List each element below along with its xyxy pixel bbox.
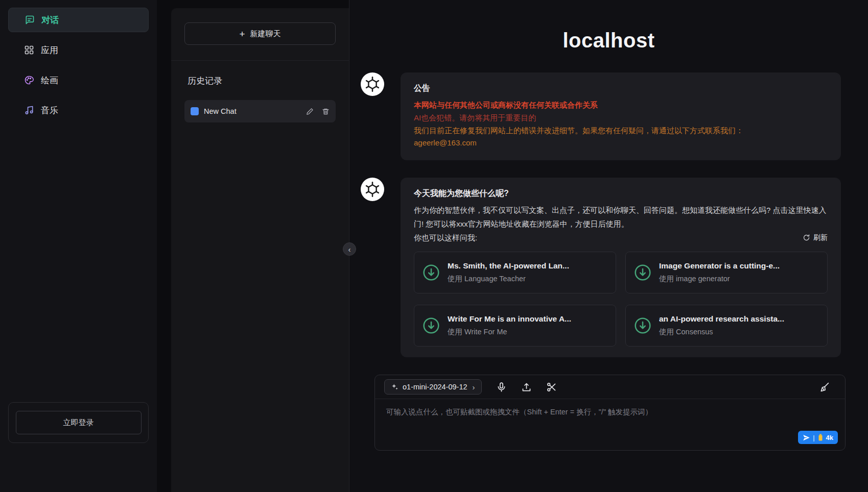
suggestion-subtitle: 使用 image generator bbox=[659, 274, 780, 284]
sidebar-item-label: 应用 bbox=[41, 44, 58, 56]
assistant-message: 今天我能为您做些什么呢? 作为你的智慧伙伴，我不仅可以写文案、出点子，还可以和你… bbox=[361, 178, 868, 357]
upload-button[interactable] bbox=[521, 382, 532, 392]
sidebar-item-label: 对话 bbox=[41, 14, 59, 26]
login-button[interactable]: 立即登录 bbox=[16, 411, 142, 434]
new-chat-button[interactable]: + 新建聊天 bbox=[184, 22, 336, 45]
chat-history-item[interactable]: New Chat bbox=[184, 100, 336, 122]
suggestion-card-2[interactable]: Image Generator is a cutting-e... 使用 ima… bbox=[625, 252, 828, 293]
upload-icon bbox=[521, 382, 532, 392]
battery-icon bbox=[817, 434, 824, 441]
composer: o1-mini-2024-09-12 › bbox=[374, 375, 846, 451]
badge-divider: | bbox=[813, 434, 814, 441]
apps-grid-icon bbox=[24, 45, 34, 55]
edit-chat-button[interactable] bbox=[306, 108, 314, 115]
sidebar-item-label: 音乐 bbox=[41, 105, 58, 116]
sidebar-item-chat[interactable]: 对话 bbox=[8, 8, 149, 32]
chevron-right-icon: › bbox=[473, 383, 475, 391]
announcement-line-3: 我们目前正在修复我们网站上的错误并改进细节。如果您有任何疑问，请通过以下方式联系… bbox=[414, 125, 828, 137]
announcement-card: 公告 本网站与任何其他公司或商标没有任何关联或合作关系 AI也会犯错。请勿将其用… bbox=[401, 72, 841, 160]
broom-icon bbox=[819, 382, 830, 392]
clear-context-button[interactable] bbox=[819, 382, 830, 392]
ask-hint: 你也可以这样问我: bbox=[414, 231, 477, 244]
circle-arrow-down-icon bbox=[422, 316, 440, 335]
sidebar-item-label: 绘画 bbox=[41, 75, 58, 86]
suggestion-card-1[interactable]: Ms. Smith, the AI-powered Lan... 使用 Lang… bbox=[414, 252, 616, 293]
suggestion-title: Write For Me is an innovative A... bbox=[448, 314, 571, 324]
chat-bubble-icon bbox=[25, 15, 35, 25]
suggestion-card-4[interactable]: an AI-powered research assista... 使用 Con… bbox=[625, 305, 828, 347]
ask-hint-row: 你也可以这样问我: 刷新 bbox=[414, 231, 828, 244]
suggestion-card-3[interactable]: Write For Me is an innovative A... 使用 Wr… bbox=[414, 305, 616, 347]
app-root: 对话 应用 绘画 音乐 立即登录 + 新建聊天 历史记录 bbox=[0, 0, 868, 492]
microphone-icon bbox=[496, 382, 507, 392]
new-chat-section: + 新建聊天 bbox=[171, 8, 349, 61]
history-list: 历史记录 New Chat bbox=[171, 61, 349, 137]
palette-icon bbox=[24, 75, 34, 85]
welcome-card: 今天我能为您做些什么呢? 作为你的智慧伙伴，我不仅可以写文案、出点子，还可以和你… bbox=[401, 178, 841, 357]
announcement-title: 公告 bbox=[414, 83, 828, 94]
suggestion-subtitle: 使用 Consensus bbox=[659, 327, 784, 337]
suggestion-subtitle: 使用 Language Teacher bbox=[448, 274, 569, 284]
sidebar-item-paint[interactable]: 绘画 bbox=[8, 68, 149, 92]
suggestion-title: Image Generator is a cutting-e... bbox=[659, 261, 780, 270]
new-chat-label: 新建聊天 bbox=[250, 29, 281, 39]
send-icon bbox=[803, 434, 810, 441]
chat-item-title: New Chat bbox=[204, 107, 298, 115]
welcome-title: 今天我能为您做些什么呢? bbox=[414, 188, 828, 199]
suggestion-title: Ms. Smith, the AI-powered Lan... bbox=[448, 261, 569, 270]
refresh-icon bbox=[803, 234, 810, 241]
sidebar-item-apps[interactable]: 应用 bbox=[8, 38, 149, 62]
refresh-label: 刷新 bbox=[813, 231, 828, 244]
composer-body: | 4k bbox=[375, 399, 845, 450]
announcement-line-1: 本网站与任何其他公司或商标没有任何关联或合作关系 bbox=[414, 99, 828, 112]
sparkle-icon bbox=[391, 383, 398, 391]
sidebar: 对话 应用 绘画 音乐 立即登录 bbox=[0, 0, 157, 492]
pencil-icon bbox=[306, 108, 314, 115]
chat-main: ‹ localhost 公告 bbox=[349, 0, 868, 492]
message-input[interactable] bbox=[375, 399, 845, 450]
assistant-message: 公告 本网站与任何其他公司或商标没有任何关联或合作关系 AI也会犯错。请勿将其用… bbox=[361, 72, 868, 160]
chevron-left-icon: ‹ bbox=[348, 245, 351, 254]
announcement-line-2: AI也会犯错。请勿将其用于重要目的 bbox=[414, 112, 828, 125]
mic-button[interactable] bbox=[496, 382, 507, 392]
openai-logo-icon bbox=[365, 182, 380, 197]
plus-icon: + bbox=[239, 29, 245, 39]
composer-toolbar: o1-mini-2024-09-12 › bbox=[375, 375, 845, 399]
page-title: localhost bbox=[349, 29, 868, 52]
login-box: 立即登录 bbox=[8, 402, 149, 443]
assistant-avatar bbox=[361, 178, 384, 201]
circle-arrow-down-icon bbox=[422, 263, 440, 282]
collapse-sidebar-button[interactable]: ‹ bbox=[343, 242, 356, 256]
trash-icon bbox=[322, 108, 330, 115]
openai-logo-icon bbox=[365, 77, 380, 92]
model-selector-button[interactable]: o1-mini-2024-09-12 › bbox=[384, 379, 482, 395]
suggestion-grid: Ms. Smith, the AI-powered Lan... 使用 Lang… bbox=[414, 252, 828, 347]
token-count: 4k bbox=[826, 434, 833, 441]
music-note-icon bbox=[24, 105, 34, 115]
circle-arrow-down-icon bbox=[634, 263, 652, 282]
contact-email-link[interactable]: ageerle@163.com bbox=[414, 137, 477, 150]
cut-button[interactable] bbox=[546, 382, 557, 392]
suggestion-subtitle: 使用 Write For Me bbox=[448, 327, 571, 337]
history-title: 历史记录 bbox=[187, 75, 336, 87]
send-token-badge[interactable]: | 4k bbox=[798, 431, 838, 444]
delete-chat-button[interactable] bbox=[322, 108, 330, 115]
suggestion-title: an AI-powered research assista... bbox=[659, 314, 784, 324]
chat-item-icon bbox=[191, 107, 199, 115]
assistant-avatar bbox=[361, 72, 384, 96]
circle-arrow-down-icon bbox=[634, 316, 652, 335]
history-panel: + 新建聊天 历史记录 New Chat bbox=[171, 8, 349, 492]
welcome-body: 作为你的智慧伙伴，我不仅可以写文案、出点子，还可以和你聊天、回答问题。想知道我还… bbox=[414, 203, 828, 231]
sidebar-item-music[interactable]: 音乐 bbox=[8, 98, 149, 122]
refresh-button[interactable]: 刷新 bbox=[803, 231, 828, 244]
model-label: o1-mini-2024-09-12 bbox=[403, 383, 467, 391]
scissors-icon bbox=[546, 382, 557, 392]
